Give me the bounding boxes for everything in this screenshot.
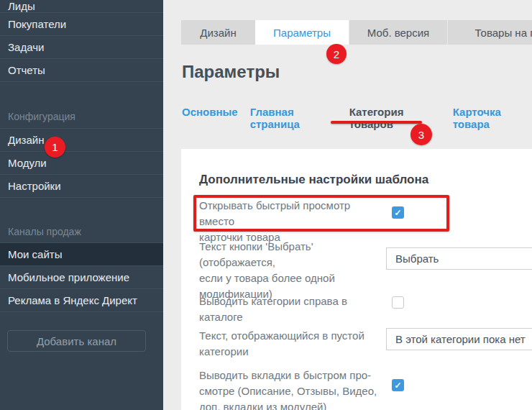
annotation-underline — [331, 121, 422, 124]
tab-parameters[interactable]: Параметры — [255, 20, 349, 45]
add-channel-button[interactable]: Добавить канал — [7, 330, 146, 352]
setting-label-empty-category-text: Текст, отображающийся в пустой категории — [199, 328, 387, 360]
sidebar-item-my-sites[interactable]: Мои сайты — [0, 243, 163, 266]
design-tabbar: Дизайн Параметры Моб. версия Товары на г… — [181, 20, 532, 45]
sidebar-section-configuration: Конфигурация — [0, 111, 163, 128]
tab-design[interactable]: Дизайн — [181, 20, 255, 45]
sidebar-item-modules[interactable]: Модули — [0, 152, 163, 175]
quick-view-tabs-checkbox[interactable]: ✓ — [392, 379, 404, 391]
settings-heading: Дополнительные настройки шаблона — [199, 173, 428, 187]
tab-mobile-version[interactable]: Моб. версия — [349, 20, 447, 45]
setting-label-choose-button-text: Текст кнопки 'Выбрать' (отображается, ес… — [199, 239, 387, 302]
subtab-home-page[interactable]: Главная страница — [250, 106, 337, 130]
sidebar: Лиды Покупатели Задачи Отчеты Конфигурац… — [0, 0, 163, 410]
subtab-product-card[interactable]: Карточка товара — [453, 106, 532, 130]
settings-card: Дополнительные настройки шаблона Открыва… — [181, 149, 532, 410]
subtab-general[interactable]: Основные — [182, 106, 238, 130]
quick-view-checkbox[interactable]: ✓ — [392, 206, 404, 219]
sidebar-group-configuration: Дизайн Модули Настройки — [0, 128, 163, 198]
page-title: Параметры — [182, 62, 280, 82]
app-window: Лиды Покупатели Задачи Отчеты Конфигурац… — [0, 0, 532, 410]
setting-label-categories-right: Выводить категории справа в каталоге — [199, 293, 387, 325]
sidebar-group-crm: Лиды Покупатели Задачи Отчеты — [0, 0, 163, 82]
categories-right-checkbox[interactable] — [392, 296, 404, 309]
sidebar-item-tasks[interactable]: Задачи — [0, 36, 163, 59]
parameters-subtabs: Основные Главная страница Категория това… — [182, 106, 532, 130]
sidebar-section-sales-channels: Каналы продаж — [0, 226, 163, 242]
sidebar-item-settings[interactable]: Настройки — [0, 175, 163, 198]
sidebar-group-sales-channels: Мои сайты Мобильное приложение Реклама в… — [0, 242, 163, 312]
tab-products-on-home[interactable]: Товары на гла — [447, 20, 532, 45]
empty-category-text-input[interactable] — [386, 328, 532, 350]
annotation-badge-1: 1 — [45, 137, 65, 158]
sidebar-item-mobile-app[interactable]: Мобильное приложение — [0, 266, 163, 289]
annotation-badge-2: 2 — [326, 44, 347, 64]
sidebar-item-design[interactable]: Дизайн — [0, 129, 163, 152]
setting-label-quick-view-tabs: Выводить вкладки в быстром про- смотре (… — [199, 368, 387, 410]
sidebar-item-reports[interactable]: Отчеты — [0, 59, 163, 82]
sidebar-item-yandex-direct[interactable]: Реклама в Яндекс Директ — [0, 289, 163, 312]
sidebar-item-leads[interactable]: Лиды — [0, 0, 163, 13]
sidebar-item-customers[interactable]: Покупатели — [0, 13, 163, 36]
choose-button-text-input[interactable] — [386, 247, 532, 270]
annotation-badge-3: 3 — [411, 124, 432, 145]
